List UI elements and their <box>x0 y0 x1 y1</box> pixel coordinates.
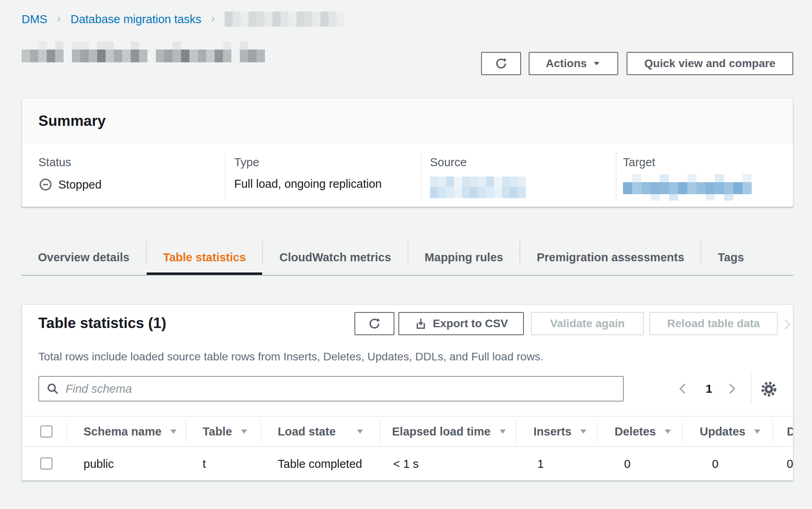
table-statistics-description: Total rows include loaded source table r… <box>38 350 543 363</box>
sort-icon <box>752 427 762 436</box>
schema-search-box <box>38 376 624 402</box>
tab-bar: Overview details Table statistics CloudW… <box>22 240 793 276</box>
cell-inserts: 1 <box>517 447 544 481</box>
breadcrumb-link-dms[interactable]: DMS <box>22 13 47 26</box>
type-value: Full load, ongoing replication <box>234 177 382 191</box>
stopped-icon <box>38 177 53 192</box>
status-label: Status <box>38 156 71 169</box>
scroll-right-hint-icon <box>780 318 793 331</box>
tab-premigration-assessments[interactable]: Premigration assessments <box>520 240 701 275</box>
quick-view-button-label: Quick view and compare <box>644 57 775 70</box>
column-divider <box>66 421 67 442</box>
table-statistics-card: Table statistics (1) Export to CSV Valid… <box>22 304 793 481</box>
column-label: Elapsed load time <box>392 425 491 438</box>
column-label: D <box>787 425 793 438</box>
pager-divider <box>751 374 752 404</box>
table-statistics-title: Table statistics (1) <box>38 311 166 335</box>
sort-icon <box>355 427 365 436</box>
chevron-right-icon <box>55 14 62 25</box>
actions-button[interactable]: Actions <box>529 52 618 75</box>
breadcrumb-link-tasks[interactable]: Database migration tasks <box>70 13 201 26</box>
gear-icon[interactable] <box>760 380 778 398</box>
sort-icon <box>663 427 673 436</box>
summary-divider <box>225 153 226 201</box>
export-to-csv-button[interactable]: Export to CSV <box>398 312 524 335</box>
column-label: Load state <box>278 425 336 438</box>
summary-card: Summary Status Stopped Type Full load, o… <box>22 98 793 207</box>
reload-button-label: Reload table data <box>667 317 760 330</box>
table-row[interactable]: public t Table completed < 1 s 1 0 0 0 <box>22 447 793 481</box>
chevron-right-icon <box>725 382 739 396</box>
source-label: Source <box>430 156 467 169</box>
tab-mapping-rules[interactable]: Mapping rules <box>408 240 520 275</box>
tab-cloudwatch-metrics[interactable]: CloudWatch metrics <box>263 240 407 275</box>
column-label: Schema name <box>84 425 161 438</box>
column-header-table[interactable]: Table <box>203 417 249 446</box>
cell-elapsed-load-time: < 1 s <box>393 447 419 481</box>
summary-body: Status Stopped Type Full load, ongoing r… <box>22 144 793 207</box>
export-button-label: Export to CSV <box>433 317 508 330</box>
download-icon <box>414 317 427 330</box>
dms-task-page: DMS Database migration tasks Actions Qui… <box>0 0 812 509</box>
tab-table-statistics[interactable]: Table statistics <box>147 240 262 275</box>
refresh-icon <box>495 57 508 70</box>
summary-title: Summary <box>38 113 106 129</box>
column-label: Deletes <box>615 425 656 438</box>
column-header-clipped[interactable]: D <box>787 417 793 446</box>
chevron-left-icon <box>676 382 689 396</box>
cell-deletes: 0 <box>604 447 631 481</box>
redacted-target-endpoint <box>623 174 752 201</box>
column-header-load-state[interactable]: Load state <box>278 417 365 446</box>
redacted-page-title <box>22 42 265 62</box>
summary-card-header: Summary <box>22 98 793 144</box>
select-all-checkbox[interactable] <box>40 425 52 437</box>
column-divider <box>261 421 261 442</box>
type-label: Type <box>234 156 259 169</box>
column-label: Updates <box>700 425 745 438</box>
sort-icon <box>579 427 588 436</box>
tab-overview-details[interactable]: Overview details <box>22 240 146 275</box>
pagination-previous-button[interactable] <box>676 376 689 402</box>
validate-again-button[interactable]: Validate again <box>531 312 644 335</box>
column-label: Inserts <box>533 425 571 438</box>
column-header-deletes[interactable]: Deletes <box>615 417 673 446</box>
chevron-right-icon <box>209 14 217 25</box>
column-header-inserts[interactable]: Inserts <box>533 417 588 446</box>
reload-table-data-button[interactable]: Reload table data <box>649 312 778 335</box>
column-divider <box>185 421 186 442</box>
row-checkbox[interactable] <box>40 457 52 469</box>
table-header-row: Schema name Table Load state Elapsed loa… <box>22 416 793 447</box>
redacted-breadcrumb-task-name <box>225 12 344 27</box>
tab-tags[interactable]: Tags <box>701 240 760 275</box>
column-divider <box>380 421 380 442</box>
column-divider <box>516 421 517 442</box>
cell-clipped: 0 <box>767 447 793 481</box>
column-divider <box>772 421 773 442</box>
summary-divider <box>616 153 617 201</box>
status-value: Stopped <box>38 177 102 192</box>
column-header-elapsed-load-time[interactable]: Elapsed load time <box>392 417 502 446</box>
column-divider <box>682 421 683 442</box>
pagination-next-button[interactable] <box>725 376 739 402</box>
actions-button-label: Actions <box>546 57 587 70</box>
column-header-updates[interactable]: Updates <box>700 417 762 446</box>
search-icon <box>46 382 59 395</box>
search-input[interactable] <box>66 382 616 396</box>
refresh-button[interactable] <box>481 52 521 75</box>
cell-schema-name: public <box>84 447 114 481</box>
column-label: Table <box>203 425 232 438</box>
cell-updates: 0 <box>692 447 718 481</box>
pagination-current-page[interactable]: 1 <box>702 376 716 402</box>
cell-table: t <box>203 447 206 481</box>
quick-view-and-compare-button[interactable]: Quick view and compare <box>627 52 793 75</box>
column-header-schema-name[interactable]: Schema name <box>84 417 178 446</box>
summary-divider <box>421 153 422 201</box>
status-text: Stopped <box>58 178 102 191</box>
target-label: Target <box>623 156 655 169</box>
column-divider <box>597 421 598 442</box>
breadcrumb: DMS Database migration tasks <box>22 10 344 28</box>
sort-icon <box>498 427 508 436</box>
redacted-source-endpoint <box>430 177 526 198</box>
table-refresh-button[interactable] <box>354 312 394 335</box>
validate-button-label: Validate again <box>550 317 625 330</box>
